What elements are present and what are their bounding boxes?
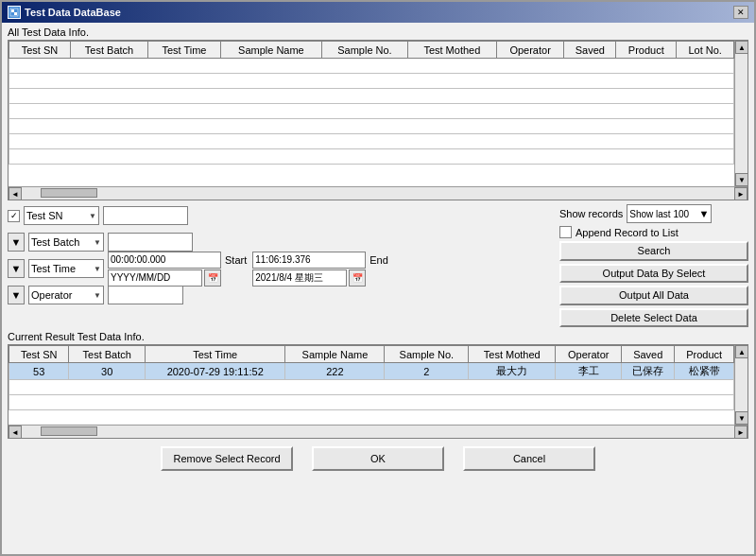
hscroll-right[interactable]: ► xyxy=(734,187,747,200)
filter-field-1-value: Test SN xyxy=(26,210,63,221)
main-window: Test Data DataBase ✕ All Test Data Info.… xyxy=(0,0,756,556)
cr-col-operator: Operator xyxy=(556,346,622,363)
col-product: Product xyxy=(616,42,677,59)
col-test-mothed: Test Mothed xyxy=(407,42,496,59)
current-result-header-row: Test SN Test Batch Test Time Sample Name… xyxy=(9,346,734,363)
current-result-scroll: Test SN Test Batch Test Time Sample Name… xyxy=(9,345,734,425)
output-all-button[interactable]: Output All Data xyxy=(559,286,748,305)
current-result-section: Current Result Test Data Info. Test SN T… xyxy=(8,331,748,439)
vscroll-up[interactable]: ▲ xyxy=(735,41,747,54)
cr-col-test-batch: Test Batch xyxy=(69,346,146,363)
current-result-body: 53 30 2020-07-29 19:11:52 222 2 最大力 李工 已… xyxy=(9,363,734,410)
middle-section: ✓ Test SN ▼ ▼ Test Batch ▼ xyxy=(8,204,748,327)
filter-row-2-dropdown[interactable]: ▼ xyxy=(8,233,25,252)
cr-hscroll-left[interactable]: ◄ xyxy=(9,426,22,439)
right-controls: Show records Show last 100 ▼ Append Reco… xyxy=(559,204,748,327)
current-result-label: Current Result Test Data Info. xyxy=(8,331,748,342)
filter-row-1: ✓ Test SN ▼ xyxy=(8,204,554,227)
filter-row-4: ▼ Operator ▼ xyxy=(8,284,554,306)
filter-field-2-select[interactable]: Test Batch ▼ xyxy=(28,233,104,252)
append-row: Append Record to List xyxy=(559,226,748,238)
filter-field-1-input[interactable] xyxy=(103,206,188,225)
show-records-select[interactable]: Show last 100 ▼ xyxy=(627,204,712,223)
output-select-button[interactable]: Output Data By Select xyxy=(559,264,748,284)
filter-field-3-select[interactable]: Test Time ▼ xyxy=(28,259,104,278)
filter-field-1-arrow: ▼ xyxy=(89,212,96,220)
col-test-time: Test Time xyxy=(148,42,221,59)
append-checkbox[interactable] xyxy=(559,226,572,238)
end-label: End xyxy=(369,254,388,266)
show-records-arrow: ▼ xyxy=(698,208,709,219)
filter-field-4-select[interactable]: Operator ▼ xyxy=(28,286,104,304)
filter-field-1-select[interactable]: Test SN ▼ xyxy=(24,206,99,225)
filter-row-3-dropdown[interactable]: ▼ xyxy=(8,259,25,278)
search-button[interactable]: Search xyxy=(559,241,748,261)
cell-test-mothed: 最大力 xyxy=(469,363,556,380)
datetime-end-time[interactable]: 11:06:19.376 xyxy=(252,252,366,269)
current-result-inner: Test SN Test Batch Test Time Sample Name… xyxy=(9,345,747,425)
hscroll-left[interactable]: ◄ xyxy=(9,187,22,200)
datetime-start-group: 00:00:00.000 Start YYYY/MM/DD 📅 xyxy=(108,252,249,287)
all-test-data-vscroll[interactable]: ▲ ▼ xyxy=(734,41,747,186)
col-saved: Saved xyxy=(564,42,616,59)
title-bar: Test Data DataBase ✕ xyxy=(2,2,754,23)
cr-hscroll-thumb xyxy=(41,426,97,436)
filter-field-2-input[interactable] xyxy=(108,233,193,252)
all-test-data-hscroll[interactable]: ◄ ► xyxy=(9,186,747,200)
all-test-data-inner: Test SN Test Batch Test Time Sample Name… xyxy=(9,41,747,186)
cr-hscroll-track[interactable] xyxy=(22,426,734,438)
current-result-table: Test SN Test Batch Test Time Sample Name… xyxy=(9,345,734,410)
svg-rect-2 xyxy=(14,12,17,15)
cr-vscroll-up[interactable]: ▲ xyxy=(735,345,747,358)
cell-test-batch: 30 xyxy=(69,363,146,380)
bottom-buttons: Remove Select Record OK Cancel xyxy=(8,443,748,475)
cell-product: 松紧带 xyxy=(675,363,734,380)
cr-col-test-mothed: Test Mothed xyxy=(469,346,556,363)
ok-button[interactable]: OK xyxy=(312,446,444,471)
cr-hscroll-right[interactable]: ► xyxy=(734,426,747,439)
delete-select-button[interactable]: Delete Select Data xyxy=(559,308,748,328)
cell-operator: 李工 xyxy=(556,363,622,380)
cr-col-test-sn: Test SN xyxy=(9,346,69,363)
close-button[interactable]: ✕ xyxy=(733,6,748,19)
filter-checkbox-1[interactable]: ✓ xyxy=(8,210,20,222)
filter-field-4-input[interactable] xyxy=(108,286,183,304)
content-area: All Test Data Info. Test SN Test Batch T… xyxy=(2,23,754,554)
hscroll-track[interactable] xyxy=(22,187,734,200)
cr-col-sample-no: Sample No. xyxy=(385,346,469,363)
cr-vscroll-track[interactable] xyxy=(735,358,747,411)
cr-col-sample-name: Sample Name xyxy=(285,346,385,363)
cell-sample-no: 2 xyxy=(385,363,469,380)
window-icon xyxy=(8,6,21,19)
datetime-end-row1: 11:06:19.376 End xyxy=(252,252,390,269)
table-row[interactable]: 53 30 2020-07-29 19:11:52 222 2 最大力 李工 已… xyxy=(9,363,734,380)
cell-test-time: 2020-07-29 19:11:52 xyxy=(146,363,285,380)
cancel-button[interactable]: Cancel xyxy=(463,446,595,471)
vscroll-down[interactable]: ▼ xyxy=(735,173,747,186)
filter-row-4-dropdown[interactable]: ▼ xyxy=(8,286,25,304)
all-test-data-table: Test SN Test Batch Test Time Sample Name… xyxy=(9,41,734,165)
filter-row-2: ▼ Test Batch ▼ xyxy=(8,231,554,253)
filter-field-4-value: Operator xyxy=(31,289,72,301)
current-result-table-container: Test SN Test Batch Test Time Sample Name… xyxy=(8,344,748,439)
datetime-start-time[interactable]: 00:00:00.000 xyxy=(108,252,221,269)
filter-field-3-value: Test Time xyxy=(31,263,76,274)
show-records-value: Show last 100 xyxy=(629,209,689,219)
vscroll-track[interactable] xyxy=(735,54,747,173)
current-result-vscroll[interactable]: ▲ ▼ xyxy=(734,345,747,425)
col-lot-no: Lot No. xyxy=(677,42,734,59)
cr-col-test-time: Test Time xyxy=(146,346,285,363)
filter-field-4-arrow: ▼ xyxy=(94,291,101,300)
filter-field-2-arrow: ▼ xyxy=(94,238,101,247)
all-test-data-table-container: Test SN Test Batch Test Time Sample Name… xyxy=(8,40,748,200)
filter-area: ✓ Test SN ▼ ▼ Test Batch ▼ xyxy=(8,204,554,327)
hscroll-thumb xyxy=(41,188,97,198)
datetime-start-row1: 00:00:00.000 Start xyxy=(108,252,249,269)
all-test-data-scroll: Test SN Test Batch Test Time Sample Name… xyxy=(9,41,734,186)
col-operator: Operator xyxy=(496,42,564,59)
current-result-hscroll[interactable]: ◄ ► xyxy=(9,425,747,438)
remove-select-record-button[interactable]: Remove Select Record xyxy=(161,446,293,471)
filter-row-3: ▼ Test Time ▼ 00:00:00.000 Start YYYY/MM… xyxy=(8,257,554,280)
all-test-data-section: All Test Data Info. Test SN Test Batch T… xyxy=(8,26,748,200)
cr-vscroll-down[interactable]: ▼ xyxy=(735,411,747,425)
